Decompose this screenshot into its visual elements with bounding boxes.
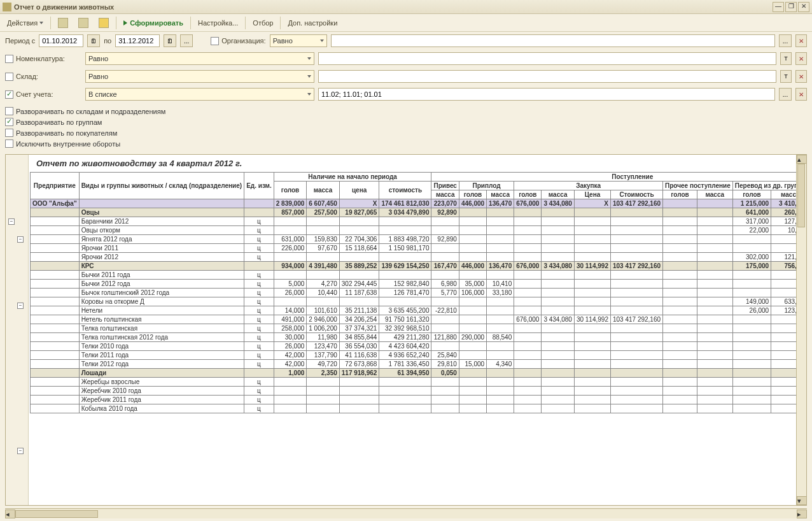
col-opening: Наличие на начало периода (274, 173, 431, 182)
item-row[interactable]: Телки 2012 годац42,00049,72072 673,8681 … (31, 360, 808, 369)
tool-refresh[interactable] (53, 16, 73, 30)
check-expand-sklad[interactable] (5, 107, 13, 115)
maximize-button[interactable]: ❐ (785, 2, 797, 12)
check-exclude-internal[interactable] (5, 139, 13, 148)
vertical-scrollbar[interactable]: ▴ ▾ (796, 155, 806, 505)
org-value-input[interactable] (331, 34, 775, 47)
item-row[interactable]: Баранчики 2012ц317,000127,940 (31, 217, 808, 226)
report-area: − − − − ▴ ▾ Отчет по животноводству за 4… (5, 154, 807, 506)
play-icon (123, 20, 127, 25)
item-row[interactable]: Коровы на откорме Дц149,000633,130 (31, 297, 808, 306)
window-title: Отчет о движении животных (14, 3, 771, 11)
acct-clear[interactable]: ✕ (795, 88, 807, 101)
options-block: Разворачивать по складам и подразделения… (0, 103, 812, 152)
org-ellipsis[interactable]: ... (779, 34, 792, 47)
scroll-left-button[interactable]: ◂ (5, 510, 15, 518)
item-row[interactable]: Телки 2010 годац26,000123,47036 554,0304… (31, 342, 808, 351)
sklad-op-select[interactable]: Равно (85, 70, 314, 83)
collapse-org[interactable]: − (8, 218, 15, 225)
nomen-row: Номенклатура: Равно T ✕ (0, 50, 812, 68)
item-row[interactable]: Бычки 2012 годац5,0004,270302 294,445152… (31, 280, 808, 289)
actions-menu[interactable]: Действия (3, 16, 48, 30)
period-to-label: по (104, 37, 111, 45)
item-row[interactable]: Ярочки 2011ц226,00097,67015 118,6641 150… (31, 244, 808, 253)
period-from-label: Период с (5, 37, 35, 45)
collapse-loshadi[interactable]: − (17, 448, 24, 454)
sklad-value-input[interactable] (318, 70, 776, 83)
item-row[interactable]: Ягнята 2012 годац631,000159,83022 704,30… (31, 235, 808, 244)
nomen-op-select[interactable]: Равно (85, 52, 314, 65)
item-row[interactable]: Ярочки 2012ц302,000121,880 (31, 253, 808, 262)
item-row[interactable]: Кобылка 2010 годац (31, 404, 808, 413)
refresh-icon (58, 18, 68, 28)
acct-row: Счет учета: В списке ... ✕ (0, 85, 812, 103)
settings-button[interactable]: Настройка... (193, 16, 242, 30)
nomen-t-button[interactable]: T (780, 52, 792, 65)
item-row[interactable]: Бычок голштинский 2012 годац26,00010,440… (31, 289, 808, 297)
nomen-clear[interactable]: ✕ (795, 52, 807, 65)
item-row[interactable]: Телки 2011 годац42,000137,79041 116,6384… (31, 351, 808, 360)
hscroll-thumb[interactable] (15, 510, 98, 518)
help-icon (99, 18, 109, 28)
date-to-input[interactable] (115, 34, 160, 47)
scroll-down-button[interactable]: ▾ (797, 496, 807, 505)
acct-value-input[interactable] (318, 88, 775, 101)
horizontal-scrollbar[interactable]: ◂ ▸ (5, 508, 807, 518)
group-row[interactable]: Овцы857,000257,50019 827,0653 034 479,89… (31, 208, 808, 217)
collapse-ovcy[interactable]: − (17, 236, 24, 243)
toolbar: Действия Сформировать Настройка... Отбор… (0, 14, 812, 32)
tool-export[interactable] (74, 16, 93, 30)
outline-gutter: − − − − (6, 155, 29, 505)
acct-label: Счет учета: (16, 90, 53, 98)
org-op-select[interactable]: Равно (270, 34, 327, 47)
sklad-label: Склад: (16, 73, 38, 80)
extra-settings-button[interactable]: Доп. настройки (283, 16, 342, 30)
item-row[interactable]: Жеребцы взрослыец (31, 378, 808, 387)
col-enterprise: Предприятие (31, 173, 80, 199)
period-ellipsis[interactable]: ... (180, 34, 193, 47)
titlebar: Отчет о движении животных — ❐ ✕ (0, 0, 812, 14)
date-from-input[interactable] (39, 34, 83, 47)
acct-ellipsis[interactable]: ... (779, 88, 792, 101)
item-row[interactable]: Нетель голштинскаяц491,0002 946,00034 20… (31, 315, 808, 324)
tool-help[interactable] (94, 16, 113, 30)
item-row[interactable]: Овцы откормц22,00010,52012,000 (31, 226, 808, 235)
col-groups: Виды и группы животных / склад (подразде… (79, 173, 244, 199)
date-to-calendar[interactable]: 🗓 (164, 34, 176, 47)
org-label: Организация: (221, 37, 265, 45)
sklad-t-button[interactable]: T (780, 70, 792, 83)
item-row[interactable]: Телка голштинскаяц258,0001 006,20037 374… (31, 324, 808, 333)
collapse-krs[interactable]: − (17, 303, 24, 309)
org-clear[interactable]: ✕ (795, 34, 807, 47)
export-icon (78, 18, 88, 28)
sklad-check[interactable] (5, 73, 13, 81)
scroll-right-button[interactable]: ▸ (797, 510, 807, 518)
minimize-button[interactable]: — (773, 2, 784, 12)
item-row[interactable]: Бычки 2011 годац (31, 271, 808, 280)
org-filter-check[interactable] (211, 37, 219, 45)
col-unit: Ед. изм. (244, 173, 274, 199)
item-row[interactable]: Телка голштинская 2012 годац30,00011,980… (31, 333, 808, 342)
filter-button[interactable]: Отбор (248, 16, 277, 30)
check-expand-buyers[interactable] (5, 129, 13, 137)
org-row[interactable]: ООО "Альфа"2 839,0006 607,450X174 461 81… (31, 199, 808, 208)
vscroll-thumb[interactable] (797, 164, 805, 227)
item-row[interactable]: Нетелиц14,000101,61035 211,1383 635 455,… (31, 306, 808, 315)
check-expand-groups[interactable] (5, 118, 13, 126)
date-from-calendar[interactable]: 🗓 (87, 34, 100, 47)
col-receipt: Поступление (431, 173, 807, 182)
item-row[interactable]: Жеребчик 2010 годац (31, 387, 808, 396)
item-row[interactable]: Жеребчик 2011 годац (31, 396, 808, 404)
acct-check[interactable] (5, 90, 13, 99)
nomen-check[interactable] (5, 55, 13, 63)
scroll-up-button[interactable]: ▴ (797, 155, 807, 164)
report-title: Отчет по животноводству за 4 квартал 201… (30, 155, 806, 172)
group-row[interactable]: КРС934,0004 391,48035 889,252139 629 154… (31, 262, 808, 271)
group-row[interactable]: Лошади1,0002,350117 918,96261 394,9500,0… (31, 369, 808, 378)
app-icon (3, 3, 11, 11)
close-button[interactable]: ✕ (798, 2, 809, 12)
generate-button[interactable]: Сформировать (119, 16, 188, 30)
sklad-clear[interactable]: ✕ (795, 70, 807, 83)
acct-op-select[interactable]: В списке (85, 88, 314, 101)
nomen-value-input[interactable] (318, 52, 776, 65)
